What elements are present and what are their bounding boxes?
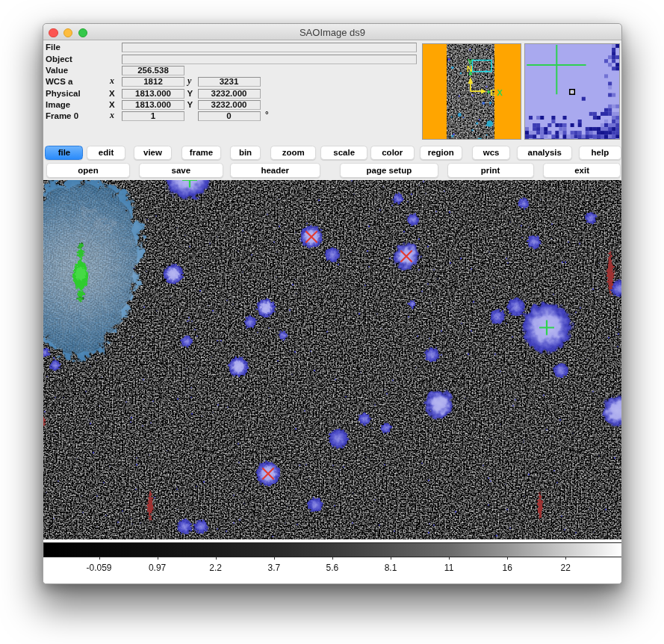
- svg-text:N: N: [467, 64, 473, 73]
- svg-text:E: E: [490, 87, 495, 96]
- svg-text:X: X: [497, 87, 503, 96]
